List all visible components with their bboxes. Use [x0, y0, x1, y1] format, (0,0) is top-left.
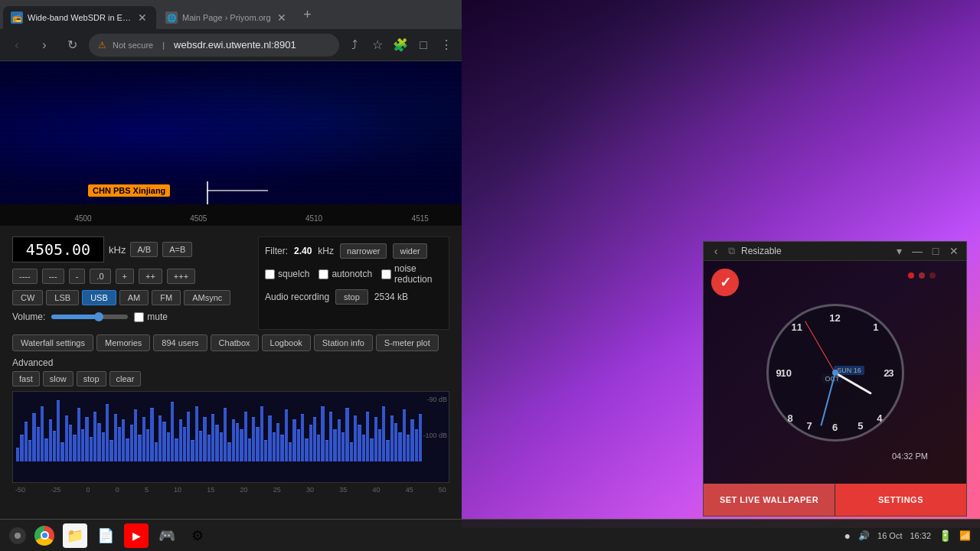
mode-usb[interactable]: USB	[82, 290, 116, 305]
spectrum-bar	[130, 425, 133, 461]
confirm-button[interactable]: ✓	[711, 269, 739, 296]
wider-button[interactable]: wider	[393, 243, 426, 259]
chrome-logo	[34, 526, 54, 546]
slow-button[interactable]: slow	[43, 371, 74, 386]
checkmark-icon: ✓	[720, 274, 731, 291]
spectrum-area-wrapper: -90 dB -100 dB -50 -25 0 0 5 10 15 20 25…	[6, 391, 456, 494]
mode-lsb[interactable]: LSB	[46, 290, 79, 305]
bookmark-icon[interactable]: ☆	[368, 36, 387, 54]
spectrum-bar	[338, 419, 341, 461]
tab-smeter-plot[interactable]: S-meter plot	[376, 334, 439, 351]
fast-button[interactable]: fast	[12, 371, 40, 386]
step-btn-4[interactable]: +	[116, 269, 134, 284]
spectrum-bar	[102, 432, 105, 461]
docs-icon[interactable]: 📄	[93, 523, 118, 548]
clear-button[interactable]: clear	[109, 371, 142, 386]
step-btn-5[interactable]: ++	[139, 269, 162, 284]
controls-left: 4505.00 kHz A/B A=B ---- --- - .0 + ++ +…	[12, 236, 252, 330]
volume-slider[interactable]	[51, 315, 128, 319]
status-dots	[908, 272, 936, 279]
youtube-icon[interactable]: ▶	[124, 523, 149, 548]
audio-stop-button[interactable]: stop	[335, 289, 368, 305]
clock-face: 12 3 6 9 1 11 2 10 4 8 5 7 OCT SUN 16	[766, 304, 904, 442]
tab-close-1[interactable]: ✕	[136, 11, 149, 24]
tab-logbook[interactable]: Logbook	[262, 334, 311, 351]
new-tab-button[interactable]: +	[297, 4, 318, 25]
frequency-display[interactable]: 4505.00	[12, 236, 104, 262]
waterfall-horizontal	[0, 61, 462, 204]
step-btn-2[interactable]: -	[69, 269, 86, 284]
sdr-controls: 4505.00 kHz A/B A=B ---- --- - .0 + ++ +…	[0, 226, 462, 528]
chrome-icon[interactable]	[32, 523, 57, 548]
step-btn-6[interactable]: +++	[167, 269, 195, 284]
spectrum-bar	[366, 412, 369, 461]
tab-chatbox[interactable]: Chatbox	[211, 334, 259, 351]
battery-icon[interactable]: 🔋	[939, 530, 952, 542]
spectrum-bar	[28, 440, 31, 461]
squelch-checkbox[interactable]	[265, 269, 275, 279]
tab-station-info[interactable]: Station info	[314, 334, 373, 351]
set-wallpaper-button[interactable]: SET LIVE WALLPAPER	[704, 484, 835, 516]
settings-icon[interactable]: ⚙	[185, 523, 210, 548]
narrower-button[interactable]: narrower	[340, 243, 387, 259]
ab-button[interactable]: A/B	[130, 242, 158, 257]
mode-cw[interactable]: CW	[12, 290, 43, 305]
files-icon[interactable]: 📁	[63, 523, 87, 548]
filter-row: Filter: 2.40 kHz narrower wider	[265, 243, 443, 259]
step-btn-0[interactable]: ----	[12, 269, 38, 284]
stop-button[interactable]: stop	[77, 371, 106, 386]
profile-icon[interactable]: □	[414, 36, 433, 54]
aeqb-button[interactable]: A=B	[162, 242, 192, 257]
tab-memories[interactable]: Memories	[96, 334, 150, 351]
step-btn-1[interactable]: ---	[42, 269, 64, 284]
play-store-icon[interactable]: 🎮	[155, 523, 179, 548]
noise-reduction-checkbox[interactable]	[381, 269, 391, 279]
url-bar[interactable]: ⚠ Not secure | websdr.ewi.utwente.nl:890…	[89, 34, 339, 57]
spectrum-bar	[146, 429, 149, 461]
settings-button[interactable]: SETTINGS	[835, 484, 966, 516]
tab-users[interactable]: 894 users	[153, 334, 207, 351]
nav-tabs: Waterfall settings Memories 894 users Ch…	[6, 334, 456, 351]
spectrum-bar	[57, 400, 60, 461]
launcher-dot[interactable]	[9, 527, 26, 544]
db-label-top: -90 dB	[426, 396, 449, 403]
minimize-button[interactable]: —	[911, 245, 923, 257]
sound-icon[interactable]: 🔊	[858, 530, 870, 541]
spectrum-bar	[167, 432, 170, 461]
forward-button[interactable]: ›	[34, 34, 55, 56]
tab-inactive[interactable]: 🌐 Main Page › Priyom.org ✕	[158, 6, 296, 29]
mode-row: CW LSB USB AM FM AMsync	[12, 290, 252, 305]
dropdown-icon[interactable]: ▾	[893, 245, 905, 257]
spectrum-bar	[273, 432, 276, 461]
mode-fm[interactable]: FM	[152, 290, 181, 305]
tab-close-2[interactable]: ✕	[276, 11, 288, 24]
reload-button[interactable]: ↻	[61, 34, 83, 56]
spectrum-bar	[41, 406, 44, 461]
clock-11: 11	[792, 321, 802, 333]
station-label: CHN PBS Xinjiang	[88, 184, 170, 197]
spectrum-bar	[407, 435, 410, 461]
spectrum-bar	[175, 439, 178, 461]
maximize-button[interactable]: □	[929, 245, 942, 257]
spectrum-bar	[333, 429, 336, 461]
back-nav-icon[interactable]: ‹	[710, 245, 722, 257]
spectrum-bar	[289, 442, 292, 461]
menu-icon[interactable]: ⋮	[437, 36, 456, 54]
mode-am[interactable]: AM	[119, 290, 149, 305]
share-icon[interactable]: ⤴	[345, 36, 364, 54]
step-btn-3[interactable]: .0	[90, 269, 110, 284]
close-button[interactable]: ✕	[948, 245, 960, 257]
record-icon[interactable]: ●	[844, 530, 851, 542]
tab-waterfall-settings[interactable]: Waterfall settings	[12, 334, 93, 351]
tab-active[interactable]: 📻 Wide-band WebSDR in Ens... ✕	[3, 6, 156, 29]
mute-checkbox[interactable]	[134, 312, 144, 322]
spectrum-bar	[81, 429, 84, 461]
spectrum-bar	[398, 432, 401, 461]
mode-amsync[interactable]: AMsync	[184, 290, 230, 305]
back-button[interactable]: ‹	[6, 34, 28, 56]
wifi-icon[interactable]: 📶	[959, 530, 971, 541]
frequency-row: 4505.00 kHz A/B A=B	[12, 236, 252, 262]
autonotch-checkbox[interactable]	[318, 269, 328, 279]
extension-icon[interactable]: 🧩	[391, 36, 410, 54]
spectrum-bar	[305, 439, 308, 461]
